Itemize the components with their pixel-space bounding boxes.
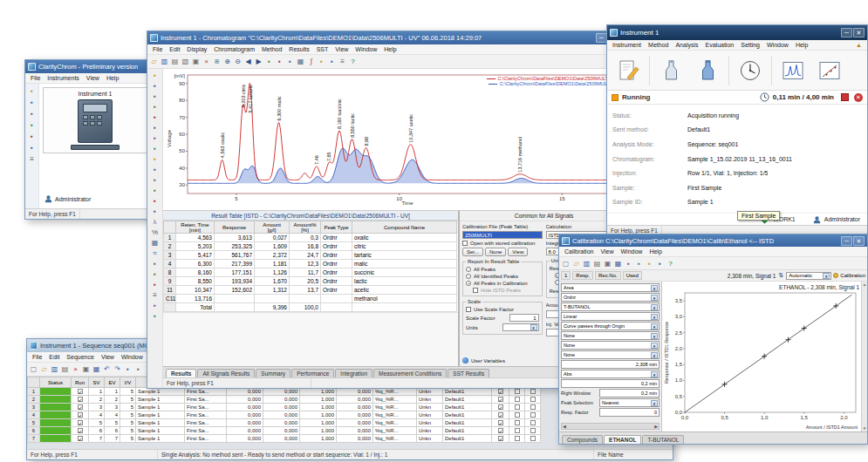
property-select-none[interactable]: None▾ bbox=[561, 331, 660, 340]
status-cell[interactable] bbox=[40, 396, 72, 404]
menu-calibration[interactable]: Calibration bbox=[561, 248, 597, 255]
table-icon[interactable]: ▦ bbox=[296, 57, 305, 66]
checkbox-icon[interactable] bbox=[530, 389, 536, 394]
sequence-cell[interactable] bbox=[72, 396, 89, 404]
scroll-right-icon[interactable]: ▶ bbox=[654, 424, 658, 429]
menu-edit[interactable]: Edit bbox=[166, 46, 183, 52]
axes-icon[interactable]: ▪ bbox=[264, 57, 274, 66]
sequence-cell[interactable]: 3 bbox=[28, 404, 40, 411]
result-row[interactable]: 88,160177,1511,12611,7Ordnrsuccinic bbox=[164, 268, 457, 277]
checkbox-icon[interactable] bbox=[498, 428, 503, 433]
menu-sst[interactable]: SST bbox=[313, 46, 332, 52]
negative-icon[interactable]: ▪ bbox=[150, 186, 161, 196]
down-icon[interactable]: ▪ bbox=[150, 311, 161, 322]
calibration-curve-chart[interactable]: ETHANOL - 2,308 min, Signal 10,00,51,01,… bbox=[662, 282, 861, 431]
checkbox-icon[interactable] bbox=[78, 389, 83, 394]
hide-istd-peaks-checkbox[interactable]: Hide ISTD Peaks bbox=[473, 288, 539, 293]
property-select-t-butanol[interactable]: T-BUTANOL▾ bbox=[561, 302, 660, 311]
instrument-1-launcher[interactable]: Instrument 1 bbox=[43, 87, 147, 153]
use-scale-factor-checkbox[interactable]: Use Scale Factor bbox=[466, 307, 539, 312]
scroll-left-icon[interactable]: ◀ bbox=[563, 424, 566, 429]
status-cell[interactable] bbox=[40, 427, 72, 435]
sequence-cell[interactable]: 0,000 bbox=[337, 411, 373, 419]
menu-display[interactable]: Display bbox=[183, 46, 210, 52]
result-row[interactable]: Total9,396100,0 bbox=[164, 303, 457, 312]
cut-icon[interactable]: × bbox=[202, 57, 211, 66]
checkbox-icon[interactable] bbox=[78, 436, 83, 441]
status-cell[interactable] bbox=[40, 419, 72, 427]
paste-icon[interactable]: ▦ bbox=[92, 364, 101, 374]
copy-icon[interactable]: ▣ bbox=[191, 57, 201, 66]
sequence-cell[interactable]: 7 bbox=[89, 435, 105, 443]
tail-icon[interactable]: ▪ bbox=[150, 175, 161, 186]
menu-help[interactable]: Help bbox=[646, 248, 665, 255]
checkbox-icon[interactable] bbox=[530, 404, 536, 410]
sequence-cell[interactable] bbox=[492, 404, 509, 411]
checkbox-icon[interactable] bbox=[515, 428, 520, 433]
sequence-cell[interactable]: Unkn bbox=[417, 404, 443, 411]
new-icon[interactable]: ▢ bbox=[561, 259, 571, 268]
sequence-cell[interactable]: %q_%R... bbox=[373, 411, 417, 419]
property-select-area[interactable]: Area▾ bbox=[561, 283, 660, 292]
calibration-mode-select[interactable]: Automatic▾ bbox=[786, 272, 831, 280]
join-icon[interactable]: ▪ bbox=[150, 269, 161, 280]
standby-icon[interactable] bbox=[690, 53, 725, 88]
sequence-row[interactable]: 5555Sample 1First Sa...0,0000,0001,0000,… bbox=[28, 419, 541, 427]
sequence-cell[interactable]: 3 bbox=[105, 404, 120, 411]
sequence-cell[interactable] bbox=[509, 396, 525, 404]
lambda-icon[interactable]: λ bbox=[150, 217, 161, 228]
sequence-cell[interactable] bbox=[492, 419, 509, 427]
end-icon[interactable]: ▪ bbox=[150, 133, 161, 144]
results-tab-measurement-conditions[interactable]: Measurement Conditions bbox=[373, 369, 447, 377]
result-row[interactable]: 98,550193,9341,67020,5Ordnrlactic bbox=[164, 277, 457, 286]
sequence-row[interactable]: 6665Sample 1First Sa...0,0000,0001,0000,… bbox=[28, 427, 541, 435]
checkbox-icon[interactable] bbox=[515, 404, 520, 410]
chromatogram-titlebar[interactable]: Instrument 1 - Chromatogram "C:\ClarityC… bbox=[147, 31, 634, 44]
checkbox-icon[interactable] bbox=[78, 420, 83, 425]
start-icon[interactable]: ▪ bbox=[150, 123, 161, 133]
sequence-cell[interactable]: Default1 bbox=[443, 404, 492, 411]
sequence-cell[interactable] bbox=[525, 435, 541, 443]
menu-results[interactable]: Results bbox=[285, 46, 312, 52]
results-tab-results[interactable]: Results bbox=[166, 369, 196, 377]
calibration-tab-compounds[interactable]: Compounds bbox=[562, 435, 603, 444]
sequence-row[interactable]: 3335Sample 1First Sa...0,0000,0001,0000,… bbox=[28, 404, 541, 411]
sequence-cell[interactable]: Unkn bbox=[417, 411, 443, 419]
menu-help[interactable]: Help bbox=[103, 75, 122, 81]
overlay-icon[interactable]: ≋ bbox=[212, 57, 222, 66]
sequence-cell[interactable]: 5 bbox=[89, 419, 105, 427]
none-button[interactable]: None bbox=[485, 248, 506, 256]
checkbox-icon[interactable] bbox=[515, 420, 520, 425]
menu-view[interactable]: View bbox=[98, 354, 118, 360]
stop-button[interactable] bbox=[841, 93, 849, 101]
sequence-cell[interactable]: Default1 bbox=[443, 427, 492, 435]
remove-icon[interactable]: ▪ bbox=[150, 154, 161, 165]
checkbox-icon[interactable] bbox=[530, 420, 536, 425]
sequence-cell[interactable] bbox=[509, 419, 525, 427]
field-input-right-window[interactable]: 0,2 min bbox=[599, 389, 660, 397]
checkbox-icon[interactable] bbox=[498, 397, 503, 402]
close-icon[interactable]: ✕ bbox=[853, 28, 865, 37]
sequence-cell[interactable]: 0,000 bbox=[337, 419, 373, 427]
signal-stepper[interactable]: ⇅ bbox=[777, 272, 784, 279]
checkbox-icon[interactable] bbox=[78, 428, 83, 433]
sequence-cell[interactable]: 0,000 bbox=[263, 435, 300, 443]
calibrate-icon[interactable]: ▪ bbox=[317, 57, 326, 66]
settings-icon[interactable]: ≡ bbox=[27, 154, 37, 164]
menu-file[interactable]: File bbox=[149, 46, 166, 52]
menu-window[interactable]: Window bbox=[118, 354, 147, 360]
property-select-linear[interactable]: Linear▾ bbox=[561, 312, 660, 321]
view-button[interactable]: View bbox=[508, 248, 528, 256]
results-tab-performance[interactable]: Performance bbox=[291, 369, 334, 377]
device-monitor-icon[interactable] bbox=[733, 53, 768, 88]
menu-sequence[interactable]: Sequence bbox=[63, 354, 98, 360]
calibration-curves-icon[interactable] bbox=[812, 53, 847, 88]
redo-icon[interactable]: ↷ bbox=[113, 364, 122, 374]
preview-icon[interactable]: ▧ bbox=[181, 57, 190, 66]
status-cell[interactable] bbox=[40, 388, 72, 396]
sequence-cell[interactable] bbox=[525, 427, 541, 435]
checkbox-icon[interactable] bbox=[498, 412, 503, 418]
cut-icon[interactable]: × bbox=[71, 364, 80, 374]
set-button[interactable]: Set... bbox=[462, 248, 483, 256]
save-icon[interactable]: ▥ bbox=[160, 57, 169, 66]
